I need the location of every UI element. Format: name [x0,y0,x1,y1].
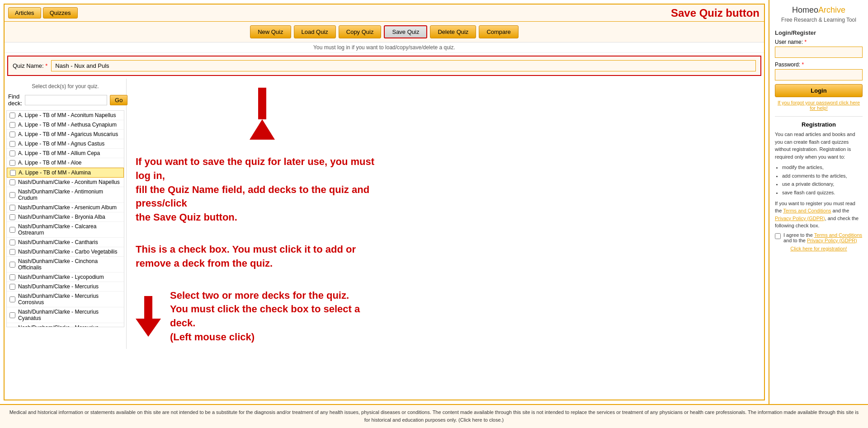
registration-title: Registration [775,121,863,128]
deck-item-label: A. Lippe - TB of MM - Alumina [19,169,91,176]
password-input[interactable] [775,69,863,80]
deck-item-label: Nash/Dunham/Clarke - Calcarea Ostrearurn [18,223,121,236]
forgot-password-link[interactable]: If you forgot your password click here f… [775,100,863,111]
articles-tab[interactable]: Articles [8,7,41,19]
select-decks-annotation-text: Select two or more decks for the quiz. Y… [170,289,378,344]
site-subtitle: Free Research & Learning Tool [775,17,863,23]
privacy-policy-link[interactable]: Privacy Policy (GDPR) [775,216,825,221]
deck-item-label: Nash/Dunham/Clarke - Mercurius Corrosivu… [18,293,121,306]
deck-item-label: Nash/Dunham/Clarke - Cantharis [18,239,98,245]
deck-checkbox[interactable] [9,160,15,166]
deck-list[interactable]: A. Lippe - TB of MM - Aconitum NapellusA… [6,110,124,327]
deck-checkbox[interactable] [9,113,15,118]
agree-privacy-link[interactable]: Privacy Policy (GDPR) [807,238,857,243]
deck-list-item[interactable]: A. Lippe - TB of MM - Aconitum Napellus [7,111,124,120]
deck-checkbox[interactable] [9,296,15,302]
deck-list-item[interactable]: Nash/Dunham/Clarke - Cinchona Officinali… [7,257,124,273]
deck-checkbox[interactable] [9,274,15,280]
quizzes-tab[interactable]: Quizzes [43,7,78,19]
footer-text: Medical and historical information or st… [9,409,859,423]
deck-select-label: Select deck(s) for your quiz. [5,81,126,91]
register-link[interactable]: Click here for registration! [775,246,863,251]
deck-checkbox[interactable] [9,151,15,156]
agree-label: I agree to the Terms and Conditions and … [783,232,863,243]
go-button[interactable]: Go [110,95,127,105]
deck-checkbox[interactable] [10,170,16,176]
deck-checkbox[interactable] [9,284,15,290]
login-register-title: Login/Register [775,29,863,36]
deck-list-item[interactable]: Nash/Dunham/Clarke - Antimonium Crudum [7,187,124,203]
deck-item-label: Nash/Dunham/Clarke - Antimonium Crudum [18,188,121,201]
list-item: add comments to the articles, [782,172,863,180]
deck-checkbox[interactable] [9,312,15,318]
list-item: modify the articles, [782,163,863,172]
deck-checkbox[interactable] [9,249,15,255]
deck-checkbox[interactable] [9,122,15,128]
quiz-name-label: Quiz Name: * [13,62,47,69]
deck-list-item[interactable]: Nash/Dunham/Clarke - Carbo Vegetabilis [7,247,124,257]
deck-item-label: Nash/Dunham/Clarke - Mercurius Cyanatus [18,309,121,321]
deck-list-item[interactable]: Nash/Dunham/Clarke - Mercurius [7,282,124,292]
deck-checkbox[interactable] [9,179,15,185]
deck-panel: Select deck(s) for your quiz. Find deck:… [5,79,127,349]
deck-checkbox[interactable] [9,192,15,198]
deck-item-label: A. Lippe - TB of MM - Agnus Castus [18,141,104,147]
quiz-name-input[interactable] [51,60,756,71]
toolbar: New Quiz Load Quiz Copy Quiz Save Quiz D… [5,22,764,42]
footer[interactable]: Medical and historical information or st… [0,404,868,428]
agree-checkbox[interactable] [775,233,781,239]
deck-item-label: A. Lippe - TB of MM - Agaricus Muscarius [18,131,118,137]
save-quiz-button-annotation: Save Quiz button [671,7,760,19]
deck-checkbox[interactable] [9,132,15,137]
delete-quiz-button[interactable]: Delete Quiz [430,25,476,38]
deck-checkbox[interactable] [9,240,15,245]
registration-intro: You can read articles and books and you … [775,131,863,160]
deck-item-label: Nash/Dunham/Clarke - Lycopodium [18,274,104,280]
load-quiz-button[interactable]: Load Quiz [294,25,336,38]
deck-list-item[interactable]: A. Lippe - TB of MM - Aloe [7,158,124,168]
login-button[interactable]: Login [775,84,863,97]
save-quiz-button[interactable]: Save Quiz [384,25,427,38]
deck-list-item[interactable]: A. Lippe - TB of MM - Agaricus Muscarius [7,130,124,139]
deck-list-item[interactable]: A. Lippe - TB of MM - Alumina [7,168,124,178]
deck-item-label: A. Lippe - TB of MM - Allium Cepa [18,150,100,156]
new-quiz-button[interactable]: New Quiz [250,25,291,38]
deck-item-label: Nash/Dunham/Clarke - Arsenicum Album [18,204,117,211]
deck-list-item[interactable]: A. Lippe - TB of MM - Aethusa Cynapium [7,120,124,130]
deck-checkbox[interactable] [9,205,15,211]
deck-list-item[interactable]: A. Lippe - TB of MM - Agnus Castus [7,139,124,149]
agree-terms-link[interactable]: Terms and Conditions [814,232,862,238]
deck-list-item[interactable]: Nash/Dunham/Clarke - Bryonia Alba [7,212,124,222]
deck-item-label: A. Lippe - TB of MM - Aethusa Cynapium [18,122,117,128]
registration-list: modify the articles, add comments to the… [775,163,863,197]
find-deck-input[interactable] [25,95,107,105]
deck-item-label: Nash/Dunham/Clarke - Cinchona Officinali… [18,258,121,271]
deck-list-item[interactable]: Nash/Dunham/Clarke - Mercurius Protoiodi… [7,323,124,327]
username-label: User name: * [775,39,863,45]
deck-list-item[interactable]: Nash/Dunham/Clarke - Mercurius Corrosivu… [7,292,124,307]
deck-checkbox[interactable] [9,262,15,268]
deck-list-item[interactable]: A. Lippe - TB of MM - Allium Cepa [7,149,124,158]
deck-list-item[interactable]: Nash/Dunham/Clarke - Aconitum Napellus [7,178,124,187]
deck-item-label: Nash/Dunham/Clarke - Aconitum Napellus [18,179,120,185]
deck-item-label: Nash/Dunham/Clarke - Bryonia Alba [18,214,105,220]
list-item: save flash card quizzes. [782,188,863,197]
deck-item-label: Nash/Dunham/Clarke - Mercurius [18,283,99,290]
annotation-area: If you want to save the quiz for later u… [127,79,398,349]
compare-button[interactable]: Compare [479,25,518,38]
deck-list-item[interactable]: Nash/Dunham/Clarke - Mercurius Cyanatus [7,307,124,323]
deck-list-item[interactable]: Nash/Dunham/Clarke - Lycopodium [7,273,124,282]
deck-list-item[interactable]: Nash/Dunham/Clarke - Calcarea Ostrearurn [7,222,124,238]
deck-checkbox[interactable] [9,214,15,220]
deck-checkbox[interactable] [9,227,15,233]
username-input[interactable] [775,47,863,58]
terms-intro: If you want to register you must read th… [775,200,863,230]
terms-conditions-link[interactable]: Terms and Conditions [783,208,831,213]
copy-quiz-button[interactable]: Copy Quiz [339,25,382,38]
deck-list-item[interactable]: Nash/Dunham/Clarke - Cantharis [7,238,124,247]
deck-item-label: Nash/Dunham/Clarke - Carbo Vegetabilis [18,249,117,255]
deck-item-label: Nash/Dunham/Clarke - Mercurius Protoiodi… [18,325,121,327]
list-item: use a private dictionary, [782,180,863,188]
deck-list-item[interactable]: Nash/Dunham/Clarke - Arsenicum Album [7,203,124,212]
deck-checkbox[interactable] [9,141,15,147]
